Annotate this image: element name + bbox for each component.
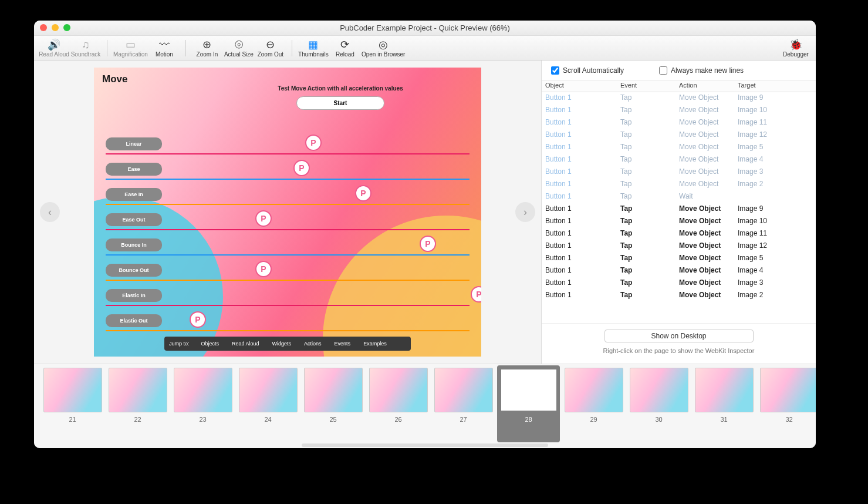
always-new-lines-checkbox[interactable]: Always make new lines xyxy=(659,66,744,75)
cell-action: Move Object xyxy=(676,277,734,290)
jump-item[interactable]: Events xyxy=(335,341,351,347)
open-in-browser-button[interactable]: ◎Open in Browser xyxy=(362,38,405,58)
debug-row[interactable]: Button 1 Tap Move Object Image 2 xyxy=(542,179,816,191)
jump-item[interactable]: Objects xyxy=(201,341,219,347)
thumbnail-strip[interactable]: 21 22 23 24 25 26 27 28 29 30 31 32 xyxy=(34,364,816,442)
debug-row[interactable]: Button 1 Tap Move Object Image 3 xyxy=(542,166,816,179)
cell-event: Tap xyxy=(617,290,676,302)
motion-button[interactable]: 〰Motion xyxy=(149,38,180,58)
jump-item[interactable]: Actions xyxy=(304,341,322,347)
reload-button[interactable]: ⟳Reload xyxy=(330,38,360,58)
debug-row[interactable]: Button 1 Tap Move Object Image 5 xyxy=(542,142,816,154)
cell-target: Image 9 xyxy=(734,92,816,105)
col-action[interactable]: Action xyxy=(676,80,734,92)
thumbnail-number: 23 xyxy=(199,416,206,423)
thumbnail-page[interactable]: 24 xyxy=(237,368,299,442)
debug-footer: Show on Desktop Right-click on the page … xyxy=(542,323,816,364)
cell-object: Button 1 xyxy=(542,240,617,253)
zoom-in-icon: ⊕ xyxy=(201,38,214,51)
thumbnail-page[interactable]: 29 xyxy=(562,368,625,442)
read-aloud-button[interactable]: 🔊Read Aloud xyxy=(39,38,69,58)
magnification-button[interactable]: ▭Magnification xyxy=(113,38,148,58)
debug-row[interactable]: Button 1 Tap Move Object Image 9 xyxy=(542,92,816,105)
cell-target: Image 12 xyxy=(734,129,816,142)
zoom-in-button[interactable]: ⊕Zoom In xyxy=(192,38,222,58)
thumbnail-image xyxy=(239,368,298,412)
easing-button-linear[interactable]: Linear xyxy=(106,137,162,150)
col-object[interactable]: Object xyxy=(542,80,617,92)
debug-row[interactable]: Button 1 Tap Move Object Image 9 xyxy=(542,203,816,216)
debug-row[interactable]: Button 1 Tap Move Object Image 10 xyxy=(542,105,816,117)
easing-button-bounce out[interactable]: Bounce Out xyxy=(106,264,162,277)
easing-button-bounce in[interactable]: Bounce In xyxy=(106,238,162,251)
cell-object: Button 1 xyxy=(542,290,617,302)
fullscreen-button[interactable] xyxy=(63,24,70,31)
compass-icon: ◎ xyxy=(377,38,390,51)
thumbnail-page[interactable]: 28 xyxy=(497,365,560,442)
debug-row[interactable]: Button 1 Tap Move Object Image 5 xyxy=(542,253,816,265)
debug-row[interactable]: Button 1 Tap Move Object Image 12 xyxy=(542,240,816,253)
zoom-out-button[interactable]: ⊖Zoom Out xyxy=(255,38,286,58)
thumbnail-image xyxy=(434,368,493,412)
content-area: ‹ Move Test Move Action with all acceler… xyxy=(34,61,816,364)
debug-row[interactable]: Button 1 Tap Move Object Image 4 xyxy=(542,154,816,166)
debug-row[interactable]: Button 1 Tap Move Object Image 11 xyxy=(542,117,816,129)
debug-row[interactable]: Button 1 Tap Wait xyxy=(542,191,816,203)
debug-row[interactable]: Button 1 Tap Move Object Image 11 xyxy=(542,228,816,240)
thumbnail-number: 21 xyxy=(69,416,76,423)
thumbnails-button[interactable]: ▦Thumbnails xyxy=(298,38,329,58)
minimize-button[interactable] xyxy=(52,24,59,31)
col-event[interactable]: Event xyxy=(617,80,676,92)
cell-event: Tap xyxy=(617,253,676,265)
easing-button-ease out[interactable]: Ease Out xyxy=(106,213,162,226)
preview-canvas[interactable]: Move Test Move Action with all accelerat… xyxy=(94,68,481,357)
easing-row: Bounce Out P xyxy=(106,260,470,281)
jump-item[interactable]: Widgets xyxy=(272,341,292,347)
cell-object: Button 1 xyxy=(542,105,617,117)
cell-event: Tap xyxy=(617,92,676,105)
thumbnail-page[interactable]: 31 xyxy=(693,368,755,442)
debug-row[interactable]: Button 1 Tap Move Object Image 10 xyxy=(542,216,816,228)
start-button[interactable]: Start xyxy=(296,96,384,110)
thumbnail-image xyxy=(695,368,754,412)
cell-object: Button 1 xyxy=(542,203,617,216)
thumbnail-scrollbar[interactable] xyxy=(34,442,816,448)
easing-button-ease in[interactable]: Ease In xyxy=(106,188,162,201)
thumbnail-page[interactable]: 22 xyxy=(106,368,169,442)
easing-row: Ease In P xyxy=(106,184,470,205)
jump-item[interactable]: Examples xyxy=(363,341,387,347)
thumbnail-page[interactable]: 27 xyxy=(432,368,495,442)
thumbnail-page[interactable]: 25 xyxy=(302,368,364,442)
cell-action: Move Object xyxy=(676,290,734,302)
scroll-auto-checkbox[interactable]: Scroll Automatically xyxy=(551,66,624,75)
debug-row[interactable]: Button 1 Tap Move Object Image 3 xyxy=(542,277,816,290)
thumbnail-page[interactable]: 30 xyxy=(627,368,690,442)
show-on-desktop-button[interactable]: Show on Desktop xyxy=(604,330,754,342)
close-button[interactable] xyxy=(40,24,47,31)
test-subtitle: Test Move Action with all acceleration v… xyxy=(223,85,458,92)
prev-page-button[interactable]: ‹ xyxy=(40,202,60,222)
thumbnail-page[interactable]: 32 xyxy=(758,368,816,442)
debug-row[interactable]: Button 1 Tap Move Object Image 12 xyxy=(542,129,816,142)
debugger-button[interactable]: 🐞Debugger xyxy=(781,38,811,58)
debug-row[interactable]: Button 1 Tap Move Object Image 4 xyxy=(542,265,816,277)
cell-event: Tap xyxy=(617,142,676,154)
easing-button-ease[interactable]: Ease xyxy=(106,163,162,176)
jump-item[interactable]: Read Aloud xyxy=(232,341,259,347)
next-page-button[interactable]: › xyxy=(515,202,535,222)
actual-size-button[interactable]: ⦾Actual Size xyxy=(224,38,254,58)
easing-ball: P xyxy=(305,135,322,151)
thumbnail-page[interactable]: 23 xyxy=(171,368,234,442)
col-target[interactable]: Target xyxy=(734,80,816,92)
debug-row[interactable]: Button 1 Tap Move Object Image 2 xyxy=(542,290,816,302)
thumbnail-image xyxy=(109,368,167,412)
easing-row: Ease P xyxy=(106,159,470,180)
easing-button-elastic in[interactable]: Elastic In xyxy=(106,289,162,302)
thumbnail-page[interactable]: 21 xyxy=(41,368,104,442)
soundtrack-button[interactable]: ♫Soundtrack xyxy=(70,38,101,58)
easing-button-elastic out[interactable]: Elastic Out xyxy=(106,314,162,327)
thumbnail-page[interactable]: 26 xyxy=(367,368,430,442)
thumbnail-number: 30 xyxy=(655,416,662,423)
debug-table-body[interactable]: Button 1 Tap Move Object Image 9 Button … xyxy=(542,92,816,323)
cell-action: Move Object xyxy=(676,265,734,277)
